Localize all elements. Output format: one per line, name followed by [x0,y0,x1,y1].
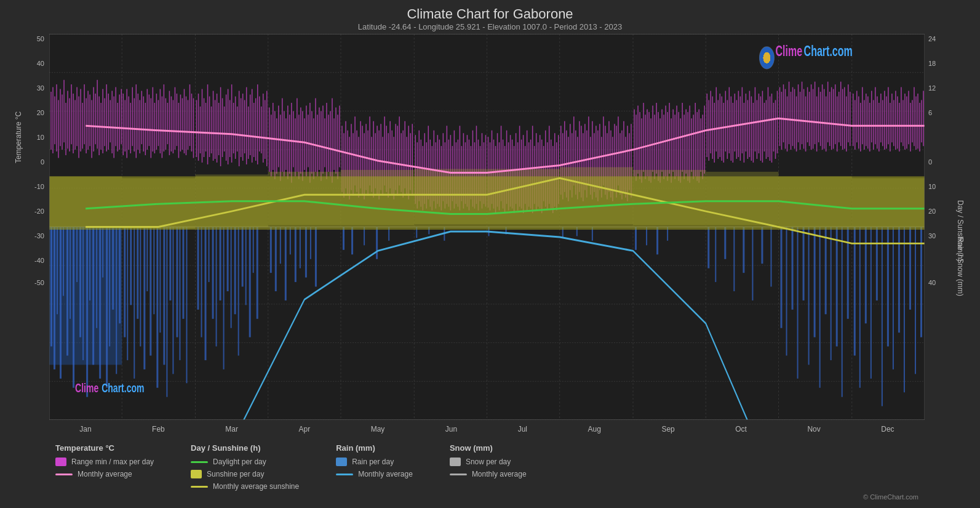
svg-rect-156 [915,227,916,374]
svg-text:0: 0 [41,158,44,166]
svg-rect-40 [57,227,58,315]
legend-swatch-rain [336,458,347,466]
svg-rect-144 [847,227,849,319]
legend-group-snow: Snow (mm) Snow per day Monthly average [450,443,527,491]
legend-item-snow: Snow per day [450,458,527,466]
legend-label-sunshine-avg: Monthly average sunshine [213,482,299,491]
svg-rect-122 [656,227,658,255]
svg-rect-38 [50,227,52,347]
svg-text:Temperature °C: Temperature °C [14,111,23,163]
svg-rect-632 [341,170,414,225]
svg-text:10: 10 [928,183,936,190]
svg-rect-94 [249,227,251,337]
svg-rect-143 [842,227,843,397]
legend-line-snow-avg [450,474,467,475]
svg-text:40: 40 [37,60,44,67]
svg-rect-41 [60,227,62,379]
svg-rect-58 [116,227,117,374]
svg-rect-44 [70,227,71,319]
chart-area: 50 40 30 20 10 0 -10 -20 -30 -40 -50 Tem… [12,34,968,420]
svg-text:20: 20 [37,109,44,116]
svg-rect-50 [89,227,90,300]
svg-rect-637 [706,172,778,225]
svg-rect-84 [212,227,214,319]
chart-inner: Clime Chart.com Clime Chart.com [49,34,925,420]
svg-text:-40: -40 [34,257,44,264]
svg-text:Chart.com: Chart.com [804,43,853,59]
svg-rect-154 [904,227,905,393]
svg-text:-30: -30 [34,232,44,240]
svg-text:12: 12 [928,84,936,92]
svg-rect-71 [159,227,161,333]
svg-rect-628 [49,176,122,227]
x-month-apr: Apr [298,425,310,433]
svg-rect-61 [127,227,128,360]
legend-title-temp: Temperature °C [55,443,154,453]
legend-line-rain-avg [336,474,353,475]
svg-text:Clime: Clime [75,381,98,395]
svg-text:Rain / Snow (mm): Rain / Snow (mm) [956,237,965,296]
svg-rect-141 [831,227,832,360]
svg-rect-52 [96,227,97,328]
legend-group-rain: Rain (mm) Rain per day Monthly average [336,443,413,491]
svg-rect-62 [130,227,132,305]
svg-rect-72 [163,227,165,365]
legend-label-sunshine: Sunshine per day [207,470,264,478]
svg-rect-46 [76,227,78,283]
svg-rect-99 [280,227,281,264]
svg-rect-39 [54,227,55,369]
x-month-feb: Feb [152,425,165,433]
svg-rect-126 [724,227,726,259]
svg-rect-128 [743,227,744,273]
svg-rect-120 [635,227,637,250]
x-month-jul: Jul [518,425,527,433]
svg-rect-88 [227,227,229,292]
svg-rect-75 [172,227,173,374]
svg-rect-135 [797,227,799,379]
svg-rect-86 [220,227,221,300]
x-month-sep: Sep [661,425,674,433]
svg-rect-89 [231,227,232,328]
svg-rect-78 [182,227,184,319]
svg-rect-76 [176,227,178,337]
svg-rect-137 [808,227,810,365]
legend-group-sunshine: Day / Sunshine (h) Daylight per day Suns… [191,443,299,491]
svg-rect-138 [814,227,816,337]
chart-container: Climate Chart for Gaborone Latitude -24.… [0,0,980,508]
svg-rect-107 [343,227,345,250]
legend-item-temp-range: Range min / max per day [55,458,154,466]
copyright-text: © ClimeChart.com [12,493,968,502]
legend-label-daylight: Daylight per day [213,458,266,466]
svg-rect-125 [715,227,716,283]
svg-rect-83 [209,227,210,283]
chart-title: Climate Chart for Gaborone [12,6,968,22]
svg-rect-136 [803,227,805,300]
legend-title-rain: Rain (mm) [336,443,413,453]
svg-text:18: 18 [928,60,936,67]
svg-rect-77 [179,227,180,360]
svg-text:24: 24 [928,35,936,42]
svg-text:40: 40 [928,279,936,286]
svg-rect-150 [882,227,883,406]
svg-rect-64 [137,227,138,319]
svg-rect-57 [112,227,114,310]
legend-item-daylight: Daylight per day [191,458,299,466]
legend-section: Temperature °C Range min / max per day M… [12,438,968,493]
svg-rect-82 [205,227,207,360]
x-month-jan: Jan [79,425,91,433]
y-axis-left: 50 40 30 20 10 0 -10 -20 -30 -40 -50 Tem… [12,34,49,420]
svg-rect-148 [870,227,872,379]
svg-rect-129 [752,227,753,300]
svg-text:-50: -50 [34,279,44,286]
legend-item-rain-avg: Monthly average [336,470,413,478]
svg-text:Clime: Clime [775,43,802,59]
x-axis-area: Jan Feb Mar Apr May Jun Jul Aug Sep Oct … [12,420,968,438]
legend-swatch-temp-range [55,458,66,466]
svg-rect-634 [487,169,560,224]
x-month-may: May [371,425,385,433]
svg-rect-98 [275,227,277,292]
svg-rect-45 [73,227,74,388]
svg-text:Chart.com: Chart.com [102,381,144,395]
svg-rect-104 [305,227,307,278]
legend-label-temp-avg: Monthly average [78,470,132,478]
